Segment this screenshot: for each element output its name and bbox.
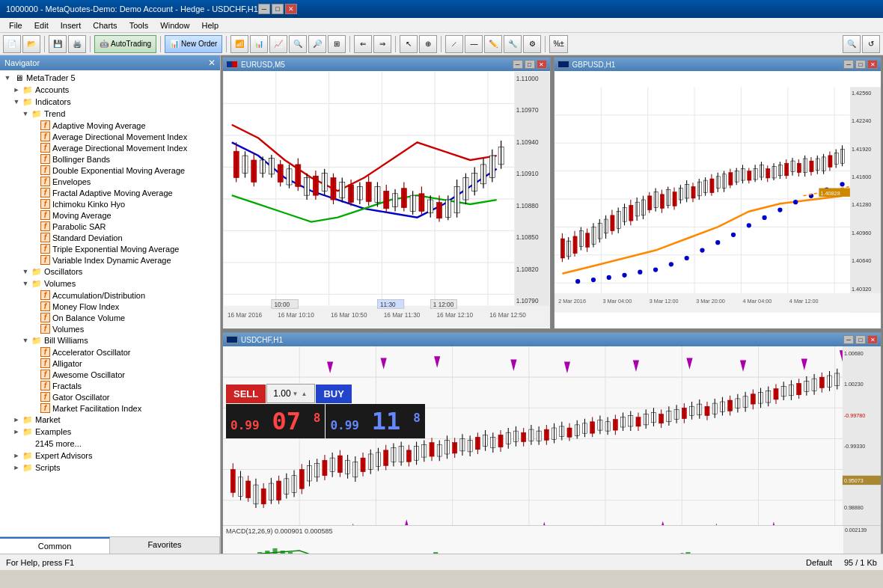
bid-price-display: 0.99 07 8: [226, 404, 325, 438]
toolbar-cursor[interactable]: ↖: [400, 35, 418, 53]
svg-text:1.40828: 1.40828: [820, 190, 840, 197]
tree-item-moving-avg[interactable]: fMoving Average: [1, 209, 219, 221]
nav-tab-common[interactable]: Common: [0, 537, 110, 554]
chart-eurusd-body[interactable]: 1.11000 1.10970 1.10940 1.10910 1.10880 …: [223, 71, 550, 328]
maximize-button[interactable]: □: [272, 4, 284, 14]
tree-item-adaptive-ma[interactable]: fAdaptive Moving Average: [1, 120, 219, 131]
toolbar-new[interactable]: 📄: [3, 35, 21, 53]
tree-item-admi1[interactable]: fAverage Directional Movement Index: [1, 131, 219, 142]
tree-item-alligator[interactable]: fAlligator: [1, 358, 219, 369]
tree-item-trend[interactable]: ▼📁Trend: [1, 108, 219, 120]
chart-eurusd-maximize[interactable]: □: [525, 60, 535, 69]
tree-item-market[interactable]: ►📁Market: [1, 414, 219, 426]
tree-item-fractal-ama[interactable]: fFractal Adaptive Moving Average: [1, 187, 219, 198]
tree-item-tema[interactable]: fTriple Exponential Moving Average: [1, 243, 219, 254]
toolbar-search[interactable]: 🔍: [843, 35, 861, 53]
toolbar-settings[interactable]: ⚙: [523, 35, 541, 53]
close-button[interactable]: ✕: [285, 4, 297, 14]
sell-button[interactable]: SELL: [226, 385, 266, 403]
nav-tab-favorites[interactable]: Favorites: [110, 537, 220, 554]
toolbar-zoom-in[interactable]: 🔍: [289, 35, 307, 53]
chart-gbpusd-maximize[interactable]: □: [855, 60, 866, 69]
buy-button[interactable]: BUY: [316, 385, 351, 403]
tree-item-expert-advisors[interactable]: ►📁Expert Advisors: [1, 450, 219, 462]
chart-eurusd-close[interactable]: ✕: [537, 60, 547, 69]
autotrading-button[interactable]: 🤖 AutoTrading: [94, 35, 156, 53]
menu-edit[interactable]: Edit: [28, 19, 55, 31]
toolbar-line[interactable]: ⟋: [445, 35, 463, 53]
tree-item-std-dev[interactable]: fStandard Deviation: [1, 232, 219, 243]
tree-item-more[interactable]: 2145 more...: [1, 438, 219, 450]
tree-icon-alligator: f: [40, 358, 50, 368]
chart-gbpusd-minimize[interactable]: ─: [843, 60, 854, 69]
menu-window[interactable]: Window: [154, 19, 195, 31]
tree-item-volumes-group[interactable]: ▼📁Volumes: [1, 278, 219, 290]
tree-item-bollinger[interactable]: fBollinger Bands: [1, 153, 219, 165]
toolbar-save[interactable]: 💾: [49, 35, 67, 53]
chart-usdchf-close[interactable]: ✕: [867, 335, 878, 344]
minimize-button[interactable]: ─: [258, 4, 270, 14]
toolbar-chart-candle[interactable]: 📊: [250, 35, 268, 53]
tree-item-volumes[interactable]: fVolumes: [1, 323, 219, 334]
tree-item-vidya[interactable]: fVariable Index Dynamic Average: [1, 254, 219, 266]
chart-usdchf-maximize[interactable]: □: [855, 335, 866, 344]
toolbar-chart-bar[interactable]: 📶: [230, 35, 248, 53]
tree-item-indicators[interactable]: ▼📁Indicators: [1, 96, 219, 108]
toolbar-open[interactable]: 📂: [22, 35, 40, 53]
gbpusd-chart-svg: 1.40828 1.42560 1.42240 1.41920 1.41600 …: [554, 71, 882, 328]
qty-down-arrow[interactable]: ▼: [291, 391, 300, 397]
toolbar-chart-line[interactable]: 📈: [269, 35, 287, 53]
tree-item-bill-williams[interactable]: ▼📁Bill Williams: [1, 334, 219, 346]
menu-insert[interactable]: Insert: [55, 19, 88, 31]
tree-item-admi2[interactable]: fAverage Directional Movement Index: [1, 142, 219, 153]
toolbar-fit[interactable]: ⊞: [328, 35, 346, 53]
tree-item-accounts[interactable]: ►📁Accounts: [1, 84, 219, 96]
toolbar-indicators[interactable]: 🔧: [504, 35, 522, 53]
toolbar-scroll-left[interactable]: ⇐: [354, 35, 372, 53]
tree-item-parabolic-sar[interactable]: fParabolic SAR: [1, 221, 219, 232]
tree-item-gator[interactable]: fGator Oscillator: [1, 391, 219, 402]
charts-area: EURUSD,M5 ─ □ ✕: [221, 55, 883, 554]
new-order-button[interactable]: 📊 New Order: [165, 35, 222, 53]
menu-help[interactable]: Help: [195, 19, 224, 31]
toolbar-sep6: [395, 36, 396, 52]
menu-file[interactable]: File: [3, 19, 28, 31]
tree-item-fractals[interactable]: fFractals: [1, 380, 219, 391]
toolbar-undo[interactable]: ↺: [862, 35, 880, 53]
tree-item-metatrader5[interactable]: ▼🖥MetaTrader 5: [1, 72, 219, 84]
tree-item-examples[interactable]: ►📁Examples: [1, 426, 219, 438]
tree-item-oscillators[interactable]: ▼📁Oscillators: [1, 266, 219, 278]
chart-gbpusd-body[interactable]: 1.40828 1.42560 1.42240 1.41920 1.41600 …: [554, 71, 882, 328]
menu-charts[interactable]: Charts: [87, 19, 123, 31]
navigator-tree[interactable]: ▼🖥MetaTrader 5►📁Accounts▼📁Indicators▼📁Tr…: [0, 70, 220, 536]
tree-item-scripts[interactable]: ►📁Scripts: [1, 462, 219, 474]
tree-item-envelopes[interactable]: fEnvelopes: [1, 176, 219, 187]
qty-up-arrow[interactable]: ▲: [300, 391, 309, 397]
tree-item-mfi[interactable]: fMoney Flow Index: [1, 301, 219, 312]
svg-text:1.40320: 1.40320: [852, 286, 871, 293]
tree-item-acc-osc[interactable]: fAccelerator Oscillator: [1, 346, 219, 358]
chart-eurusd-minimize[interactable]: ─: [513, 60, 523, 69]
toolbar-zoom-out[interactable]: 🔎: [308, 35, 326, 53]
order-icon: 📊: [170, 40, 179, 48]
tree-item-on-balance[interactable]: fOn Balance Volume: [1, 312, 219, 323]
toolbar-scroll-right[interactable]: ⇒: [373, 35, 391, 53]
toolbar-print[interactable]: 🖨️: [68, 35, 86, 53]
toolbar-crosshair[interactable]: ⊕: [419, 35, 437, 53]
chart-usdchf-minimize[interactable]: ─: [843, 335, 854, 344]
toolbar-draw[interactable]: ✏️: [484, 35, 502, 53]
svg-text:1.10940: 1.10940: [516, 139, 539, 146]
chart-usdchf-main[interactable]: SELL 1.00 ▼ ▲ BUY 0.99 07: [223, 346, 881, 554]
chart-gbpusd-close[interactable]: ✕: [867, 60, 878, 69]
navigator-close-button[interactable]: ✕: [208, 58, 216, 68]
toolbar-hline[interactable]: —: [465, 35, 483, 53]
tree-icon-adaptive-ma: f: [40, 120, 50, 130]
menu-tools[interactable]: Tools: [123, 19, 155, 31]
tree-icon-scripts: 📁: [22, 462, 33, 473]
tree-item-accum-dist[interactable]: fAccumulation/Distribution: [1, 290, 219, 301]
tree-item-ichimoku[interactable]: fIchimoku Kinko Hyo: [1, 198, 219, 209]
tree-item-awesome-osc[interactable]: fAwesome Oscillator: [1, 369, 219, 380]
toolbar-percent[interactable]: %±: [549, 35, 567, 53]
tree-item-market-facilitation[interactable]: fMarket Facilitation Index: [1, 402, 219, 414]
tree-item-dema[interactable]: fDouble Exponential Moving Average: [1, 165, 219, 176]
